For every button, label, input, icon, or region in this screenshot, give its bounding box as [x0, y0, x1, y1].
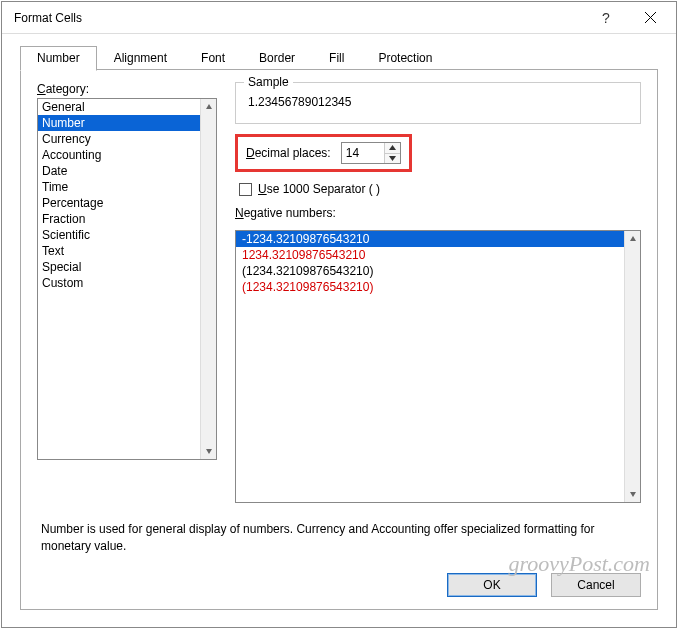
sample-fieldset: Sample 1.23456789012345	[235, 82, 641, 124]
thousands-separator-row[interactable]: Use 1000 Separator ( )	[239, 182, 641, 196]
negative-item-2[interactable]: (1234.32109876543210)	[236, 263, 624, 279]
category-scrollbar[interactable]	[200, 99, 216, 459]
svg-marker-5	[389, 156, 396, 161]
category-item-fraction[interactable]: Fraction	[38, 211, 200, 227]
thousands-separator-label: Use 1000 Separator ( )	[258, 182, 380, 196]
spinner-up-button[interactable]	[385, 143, 400, 154]
decimal-places-spinner[interactable]	[341, 142, 401, 164]
svg-marker-6	[630, 236, 636, 241]
sample-legend: Sample	[244, 75, 293, 89]
close-button[interactable]	[628, 3, 672, 33]
category-listbox[interactable]: General Number Currency Accounting Date …	[37, 98, 217, 460]
negative-numbers-label: Negative numbers:	[235, 206, 641, 220]
decimal-places-label: Decimal places:	[246, 146, 331, 160]
scroll-track[interactable]	[201, 115, 216, 443]
negative-item-1[interactable]: 1234.32109876543210	[236, 247, 624, 263]
spinner-down-button[interactable]	[385, 154, 400, 164]
negative-item-0[interactable]: -1234.32109876543210	[236, 231, 624, 247]
category-item-general[interactable]: General	[38, 99, 200, 115]
negative-item-3[interactable]: (1234.32109876543210)	[236, 279, 624, 295]
negative-scrollbar[interactable]	[624, 231, 640, 502]
decimal-places-row: Decimal places:	[235, 134, 412, 172]
category-item-time[interactable]: Time	[38, 179, 200, 195]
tab-font[interactable]: Font	[184, 46, 242, 70]
neg-scroll-down-icon[interactable]	[625, 486, 640, 502]
category-item-percentage[interactable]: Percentage	[38, 195, 200, 211]
category-item-number[interactable]: Number	[38, 115, 200, 131]
scroll-up-icon[interactable]	[201, 99, 216, 115]
neg-scroll-up-icon[interactable]	[625, 231, 640, 247]
ok-button[interactable]: OK	[447, 573, 537, 597]
neg-scroll-track[interactable]	[625, 247, 640, 486]
tab-strip: Number Alignment Font Border Fill Protec…	[20, 46, 658, 70]
category-item-currency[interactable]: Currency	[38, 131, 200, 147]
category-column: Category: General Number Currency Accoun…	[37, 82, 217, 503]
svg-marker-2	[206, 104, 212, 109]
category-item-scientific[interactable]: Scientific	[38, 227, 200, 243]
category-item-text[interactable]: Text	[38, 243, 200, 259]
tab-border[interactable]: Border	[242, 46, 312, 70]
decimal-places-input[interactable]	[342, 143, 384, 163]
button-row: OK Cancel	[37, 563, 641, 597]
svg-marker-7	[630, 492, 636, 497]
format-cells-dialog: Format Cells ? Number Alignment Font Bor…	[1, 1, 677, 628]
category-item-date[interactable]: Date	[38, 163, 200, 179]
settings-column: Sample 1.23456789012345 Decimal places:	[235, 82, 641, 503]
tab-fill[interactable]: Fill	[312, 46, 361, 70]
category-item-accounting[interactable]: Accounting	[38, 147, 200, 163]
client-area: Number Alignment Font Border Fill Protec…	[2, 34, 676, 627]
cancel-button[interactable]: Cancel	[551, 573, 641, 597]
help-button[interactable]: ?	[584, 3, 628, 33]
sample-value: 1.23456789012345	[248, 93, 628, 111]
tab-alignment[interactable]: Alignment	[97, 46, 184, 70]
tab-protection[interactable]: Protection	[361, 46, 449, 70]
category-label: Category:	[37, 82, 217, 96]
negative-numbers-listbox[interactable]: -1234.32109876543210 1234.32109876543210…	[235, 230, 641, 503]
panel-body: Category: General Number Currency Accoun…	[37, 82, 641, 503]
tab-panel-number: Category: General Number Currency Accoun…	[20, 69, 658, 610]
tab-number[interactable]: Number	[20, 46, 97, 71]
category-item-custom[interactable]: Custom	[38, 275, 200, 291]
scroll-down-icon[interactable]	[201, 443, 216, 459]
titlebar: Format Cells ?	[2, 2, 676, 34]
window-title: Format Cells	[14, 11, 584, 25]
thousands-separator-checkbox[interactable]	[239, 183, 252, 196]
svg-marker-3	[206, 449, 212, 454]
description-text: Number is used for general display of nu…	[37, 511, 641, 555]
category-item-special[interactable]: Special	[38, 259, 200, 275]
svg-marker-4	[389, 145, 396, 150]
